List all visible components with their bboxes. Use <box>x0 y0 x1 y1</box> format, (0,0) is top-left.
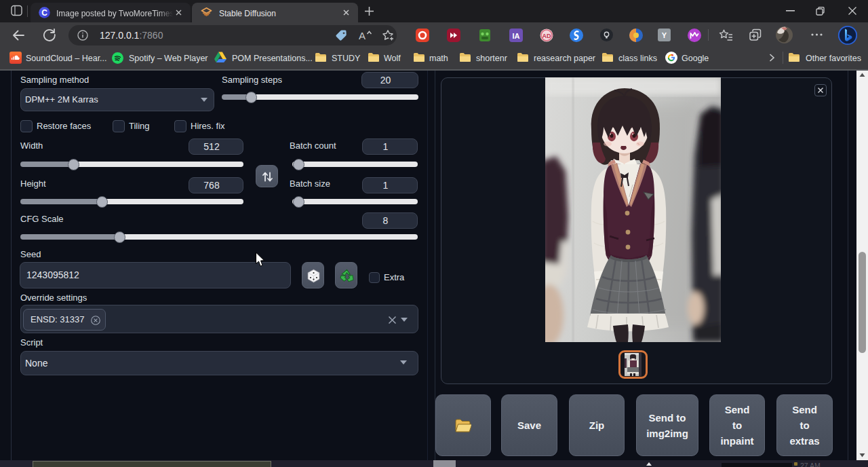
svg-text:AD: AD <box>542 33 551 39</box>
svg-text:Y: Y <box>662 31 667 39</box>
svg-text:C: C <box>41 8 47 18</box>
svg-text:IA: IA <box>513 32 520 40</box>
svg-text:A: A <box>359 30 366 41</box>
